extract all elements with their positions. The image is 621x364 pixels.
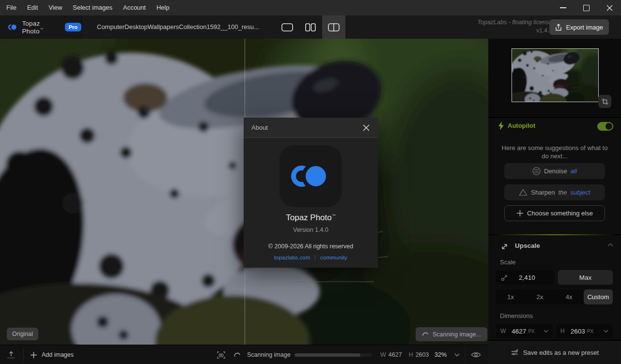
- menu-help[interactable]: Help: [151, 0, 175, 15]
- chevron-down-icon: [543, 330, 548, 333]
- scan-progress-bar: [295, 353, 372, 357]
- crop-icon: [602, 98, 608, 105]
- scale-option-custom[interactable]: Custom: [584, 289, 613, 304]
- chevron-down-icon: [454, 353, 460, 357]
- crop-button[interactable]: [598, 95, 611, 108]
- autopilot-panel: Autopilot Here are some suggestions of w…: [488, 118, 621, 234]
- autopilot-title: Autopilot: [508, 122, 535, 129]
- view-split-icon: [305, 23, 316, 31]
- scanning-text: Scanning image: [247, 351, 291, 358]
- close-window-button[interactable]: [598, 0, 621, 15]
- spinner-icon: [422, 331, 429, 338]
- scan-progress-fill: [295, 353, 360, 357]
- menu-view[interactable]: View: [43, 0, 67, 15]
- bolt-icon: [498, 121, 504, 130]
- original-label: Original: [7, 328, 38, 340]
- divider: [465, 345, 466, 364]
- chevron-down-icon: [604, 330, 608, 333]
- upscale-icon: [500, 243, 509, 251]
- about-dialog-title: About: [251, 118, 268, 137]
- choose-something-else-button[interactable]: Choose something else: [504, 205, 605, 221]
- license-name: TopazLabs - floating license: [478, 19, 553, 26]
- license-version: v1.4.0: [478, 27, 553, 34]
- topazlabs-link[interactable]: topazlabs.com: [274, 255, 310, 260]
- width-dropdown[interactable]: W 4627 PX: [496, 324, 553, 338]
- menu-select-images[interactable]: Select images: [67, 0, 118, 15]
- autopilot-toggle[interactable]: [597, 122, 613, 131]
- divider: [315, 255, 315, 260]
- add-images-button[interactable]: Add images: [30, 345, 74, 364]
- close-icon: [606, 5, 613, 11]
- about-version: Version 1.4.0: [244, 227, 378, 233]
- minimize-icon: [560, 7, 566, 8]
- thumbnail-photo: [512, 49, 598, 102]
- upscale-panel: Upscale Scale 2,410 Max 1x 2x 4x Custom …: [488, 235, 621, 340]
- scanning-badge: Scanning image...: [416, 327, 487, 341]
- about-dialog: About Topaz Photo™ Version 1.4.0 © 2009-…: [244, 118, 378, 268]
- license-info: TopazLabs - floating license v1.4.0: [478, 19, 553, 34]
- view-split-button[interactable]: [299, 15, 322, 39]
- sharpen-icon: [519, 189, 528, 196]
- about-dialog-header: About: [244, 118, 378, 138]
- scan-status: Scanning image: [217, 345, 291, 364]
- export-icon: [555, 24, 562, 31]
- height-dropdown[interactable]: H 2603 PX: [556, 324, 613, 338]
- pro-badge: Pro: [65, 23, 81, 31]
- eye-icon: [471, 351, 481, 358]
- suggestion-text: Here are some suggestions of what to do …: [499, 144, 610, 160]
- maximize-button[interactable]: [574, 0, 598, 15]
- scale-option-2x[interactable]: 2x: [525, 289, 554, 304]
- plus-icon: [30, 351, 37, 359]
- navigator-thumbnail[interactable]: [512, 48, 599, 102]
- app-header: Topaz Photo™ Pro ComputerDesktopWallpape…: [0, 15, 621, 39]
- export-image-button[interactable]: Export image: [549, 19, 609, 35]
- app-logo-section: Topaz Photo™ Pro: [0, 15, 82, 39]
- toggle-knob: [605, 123, 612, 130]
- denoise-icon: [532, 167, 541, 175]
- save-preset-button[interactable]: Save edits as a new preset: [488, 341, 621, 364]
- plus-icon: [516, 210, 524, 217]
- topaz-logo-icon: [279, 145, 342, 207]
- image-dimensions: W 4627 H 2603: [380, 345, 429, 364]
- topaz-app-icon: [279, 145, 342, 207]
- menu-edit[interactable]: Edit: [22, 0, 43, 15]
- open-filename: ComputerDesktopWallpapersCollection1592_…: [97, 15, 259, 39]
- right-sidebar: Autopilot Here are some suggestions of w…: [488, 39, 621, 364]
- menu-bar: File Edit View Select images Account Hel…: [0, 0, 621, 15]
- community-link[interactable]: community: [320, 255, 347, 260]
- denoise-suggestion-button[interactable]: Denoise all: [504, 163, 605, 179]
- minimize-button[interactable]: [551, 0, 574, 15]
- scale-label: Scale: [500, 258, 516, 266]
- sharpen-suggestion-button[interactable]: Sharpen the subject: [504, 184, 605, 200]
- scale-option-group: 1x 2x 4x Custom: [496, 289, 613, 304]
- maximize-icon: [583, 5, 590, 11]
- about-links: topazlabs.com community: [244, 255, 378, 260]
- spinner-icon: [233, 351, 241, 359]
- upload-icon: [7, 350, 16, 359]
- zoom-level-dropdown[interactable]: 32%: [435, 345, 460, 364]
- scale-value-input[interactable]: 2,410: [496, 270, 555, 285]
- view-mode-switcher: [276, 15, 345, 39]
- scale-option-1x[interactable]: 1x: [496, 289, 525, 304]
- about-close-button[interactable]: [360, 122, 372, 134]
- max-scale-button[interactable]: Max: [558, 270, 613, 285]
- preview-toggle-button[interactable]: [471, 345, 481, 364]
- resize-icon: [501, 274, 508, 281]
- upscale-title: Upscale: [515, 242, 540, 249]
- topaz-logo-icon: [7, 21, 18, 33]
- view-side-by-side-button[interactable]: [322, 15, 345, 39]
- preset-icon: [511, 349, 519, 357]
- view-single-button[interactable]: [276, 15, 299, 39]
- menu-file[interactable]: File: [0, 0, 22, 15]
- export-queue-button[interactable]: [7, 345, 16, 364]
- divider: [23, 348, 24, 362]
- app-name: Topaz Photo™: [22, 20, 60, 35]
- scale-option-4x[interactable]: 4x: [555, 289, 584, 304]
- about-copyright: © 2009-2026 All rights reserved: [244, 243, 378, 250]
- window-controls: [551, 0, 621, 15]
- collapse-chevron-up-icon[interactable]: [607, 243, 613, 247]
- menu-account[interactable]: Account: [118, 0, 151, 15]
- dimensions-label: Dimensions: [500, 312, 533, 319]
- about-app-name: Topaz Photo™: [244, 213, 378, 223]
- view-single-icon: [281, 23, 293, 31]
